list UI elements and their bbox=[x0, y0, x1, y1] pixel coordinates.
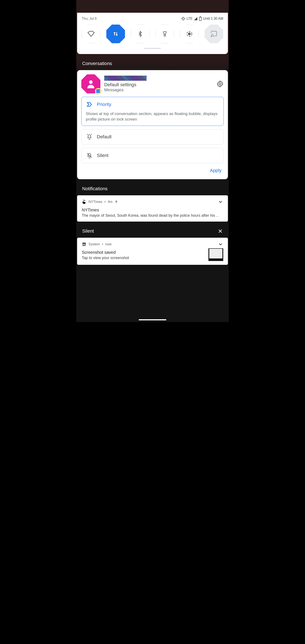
qs-tile-screen-record[interactable] bbox=[180, 24, 199, 43]
priority-icon bbox=[86, 101, 93, 108]
notif-body: Tap to view your screenshot bbox=[82, 256, 204, 260]
section-header-notifications: Notifications bbox=[76, 179, 229, 195]
record-icon bbox=[186, 30, 193, 37]
screenshot-thumbnail[interactable] bbox=[208, 248, 223, 261]
svg-rect-0 bbox=[182, 17, 184, 20]
vibrate-icon bbox=[181, 16, 185, 21]
wifi-icon bbox=[87, 30, 95, 38]
notif-body: The mayor of Seoul, South Korea, was fou… bbox=[82, 213, 223, 218]
priority-option[interactable]: Priority Shows at top of conversation se… bbox=[81, 97, 224, 126]
notif-app-name: System bbox=[88, 242, 100, 246]
svg-point-3 bbox=[164, 34, 165, 34]
svg-point-8 bbox=[219, 83, 221, 85]
gesture-nav-bar[interactable] bbox=[139, 319, 166, 320]
conversation-notification-card: Default settings Messages Priority Shows… bbox=[77, 70, 228, 179]
conversation-settings-button[interactable] bbox=[216, 80, 224, 88]
qs-tile-bluetooth[interactable] bbox=[131, 24, 150, 43]
dismiss-silent-button[interactable] bbox=[218, 228, 223, 234]
cast-icon bbox=[210, 30, 218, 38]
qs-tile-mobile-data[interactable] bbox=[106, 24, 125, 43]
bell-ring-icon bbox=[86, 133, 93, 140]
notif-age: now bbox=[105, 242, 112, 246]
data-arrows-icon bbox=[112, 31, 119, 37]
qs-tile-flashlight[interactable] bbox=[156, 24, 174, 43]
image-icon bbox=[82, 242, 86, 246]
silent-label: Silent bbox=[82, 228, 94, 234]
nytimes-app-icon bbox=[82, 200, 86, 204]
svg-rect-9 bbox=[82, 242, 86, 246]
section-header-silent: Silent bbox=[76, 222, 229, 238]
qs-drag-handle[interactable] bbox=[144, 48, 161, 49]
chevron-down-icon bbox=[218, 242, 223, 247]
qs-tile-cast[interactable] bbox=[204, 24, 223, 43]
qs-status-icons: LTE Until 1:30 AM bbox=[181, 16, 223, 21]
bluetooth-icon bbox=[137, 31, 144, 37]
chevron-down-icon bbox=[218, 199, 223, 205]
messages-app-badge bbox=[95, 88, 101, 94]
close-icon bbox=[218, 228, 223, 234]
notif-title: NYTimes bbox=[82, 208, 223, 212]
svg-point-7 bbox=[89, 80, 93, 84]
flashlight-icon bbox=[162, 31, 168, 37]
default-option[interactable]: Default bbox=[81, 129, 224, 144]
apply-button[interactable]: Apply bbox=[81, 163, 224, 175]
notif-app-name: NYTimes bbox=[88, 200, 102, 204]
section-header-conversations: Conversations bbox=[76, 54, 229, 70]
notif-age: 4m bbox=[108, 200, 112, 204]
silent-option-label: Silent bbox=[97, 153, 108, 158]
expand-button[interactable] bbox=[218, 199, 223, 205]
conversation-app-name: Messages bbox=[104, 88, 213, 92]
network-type: LTE bbox=[186, 17, 192, 20]
battery-until: Until 1:30 AM bbox=[203, 17, 223, 20]
battery-icon bbox=[199, 16, 202, 21]
priority-option-label: Priority bbox=[97, 102, 111, 107]
conversation-settings-label: Default settings bbox=[104, 82, 213, 88]
notif-title: Screenshot saved bbox=[82, 250, 204, 255]
silent-option[interactable]: Silent bbox=[81, 148, 224, 163]
default-option-label: Default bbox=[97, 134, 112, 140]
expand-button[interactable] bbox=[218, 242, 223, 247]
priority-option-description: Shows at top of conversation section, ap… bbox=[86, 111, 219, 122]
gear-icon bbox=[216, 80, 224, 88]
system-screenshot-notification[interactable]: System • now Screenshot saved Tap to vie… bbox=[77, 238, 228, 265]
quick-settings-panel: Thu, Jul 9 LTE Until 1:30 AM bbox=[77, 13, 228, 54]
nytimes-notification[interactable]: NYTimes • 4m NYTimes The mayor of Seoul,… bbox=[77, 195, 228, 222]
qs-tile-wifi[interactable] bbox=[82, 24, 100, 43]
alerting-icon bbox=[114, 200, 118, 204]
signal-icon bbox=[194, 17, 198, 20]
contact-avatar bbox=[81, 74, 100, 94]
svg-rect-1 bbox=[199, 17, 202, 20]
svg-rect-2 bbox=[200, 17, 201, 17]
svg-point-6 bbox=[211, 36, 212, 37]
qs-date: Thu, Jul 9 bbox=[82, 17, 96, 20]
bell-off-icon bbox=[86, 152, 93, 159]
contact-name-redacted bbox=[104, 76, 146, 81]
svg-point-5 bbox=[188, 33, 190, 35]
